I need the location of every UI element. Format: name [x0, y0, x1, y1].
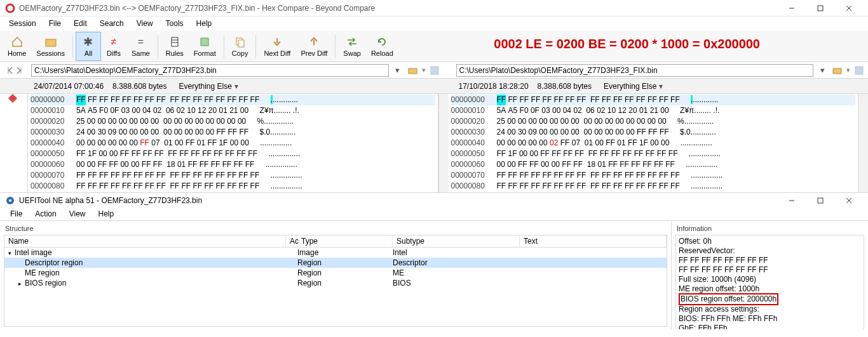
ut-menu-file[interactable]: File — [5, 208, 27, 220]
diffs-filter-button[interactable]: ≠Diffs — [101, 32, 126, 61]
copy-button[interactable]: Copy — [227, 32, 254, 61]
right-filter-combo[interactable]: Everything Else ▾ — [600, 81, 666, 92]
ut-close-button[interactable] — [834, 192, 863, 209]
thumbnail-gutter[interactable] — [0, 94, 28, 192]
svg-rect-2 — [818, 6, 823, 11]
equal-icon: = — [133, 35, 147, 49]
right-hex-pane[interactable]: 00000000FF FF FF FF FF FF FF FF FF FF FF… — [449, 94, 858, 192]
ut-menu-action[interactable]: Action — [30, 208, 61, 220]
all-filter-button[interactable]: ✱All — [76, 32, 101, 61]
folder-icon — [44, 35, 58, 49]
left-hex-pane[interactable]: 00000000FF FF FF FF FF FF FF FF FF FF FF… — [28, 94, 438, 192]
tree-row[interactable]: ME regionRegionME — [4, 268, 667, 278]
svg-rect-17 — [855, 67, 863, 74]
not-equal-icon: ≠ — [107, 35, 121, 49]
file-info-row: 24/07/2014 07:00:46 8.388.608 bytes Ever… — [0, 79, 868, 94]
svg-rect-11 — [238, 40, 244, 47]
format-icon — [198, 35, 212, 49]
tree-header: Name Ac Type Subtype Text — [4, 235, 667, 248]
right-open-button[interactable] — [831, 64, 844, 77]
bc-app-icon — [5, 3, 15, 13]
ut-maximize-button[interactable] — [806, 192, 834, 209]
right-path-dropdown[interactable]: ▾ — [816, 64, 829, 77]
svg-rect-21 — [818, 198, 823, 203]
up-arrow-icon — [307, 35, 321, 49]
right-scrollbar[interactable] — [858, 94, 868, 192]
information-label: Information — [675, 223, 864, 235]
structure-label: Structure — [4, 223, 667, 235]
tree-row[interactable]: Descriptor regionRegionDescriptor — [4, 258, 667, 268]
tree-row[interactable]: ▾Intel imageImageIntel — [4, 248, 667, 258]
bc-toolbar: Home Sessions ✱All ≠Diffs =Same Rules Fo… — [0, 30, 868, 62]
format-button[interactable]: Format — [189, 32, 221, 61]
bc-menubar: Session File Edit Search View Tools Help — [0, 17, 868, 30]
asterisk-icon: ✱ — [81, 35, 95, 49]
menu-edit[interactable]: Edit — [69, 18, 92, 29]
maximize-button[interactable] — [806, 0, 834, 17]
reload-icon — [375, 35, 389, 49]
expand-right-icon[interactable] — [16, 66, 22, 75]
left-save-button[interactable] — [428, 64, 441, 77]
path-row: ▾ ▾ ▾ ▾ — [0, 62, 868, 79]
svg-rect-5 — [46, 39, 56, 46]
left-path-dropdown[interactable]: ▾ — [391, 64, 404, 77]
left-date: 24/07/2014 07:00:46 — [34, 82, 104, 91]
col-type[interactable]: Type — [297, 235, 393, 247]
col-text[interactable]: Text — [520, 235, 667, 247]
left-filter-combo[interactable]: Everything Else ▾ — [176, 81, 241, 92]
home-button[interactable]: Home — [3, 32, 31, 61]
bc-titlebar: OEMFactory_Z77D3HF23.bin <--> OEMFactory… — [0, 0, 868, 17]
ut-menubar: File Action View Help — [0, 208, 868, 220]
ut-title: UEFITool NE alpha 51 - OEMFactory_Z77D3H… — [19, 196, 777, 205]
svg-rect-15 — [431, 67, 438, 74]
annotation-overlay: 0002 LE = 0200 BE = 0200 * 1000 = 0x2000… — [494, 37, 760, 51]
left-scrollbar[interactable] — [438, 94, 449, 192]
same-filter-button[interactable]: =Same — [126, 32, 155, 61]
next-diff-button[interactable]: Next Diff — [259, 32, 295, 61]
svg-rect-14 — [409, 69, 417, 74]
svg-rect-16 — [833, 69, 841, 74]
rules-button[interactable]: Rules — [161, 32, 189, 61]
svg-point-19 — [9, 199, 11, 202]
swap-button[interactable]: Swap — [338, 32, 366, 61]
sessions-button[interactable]: Sessions — [31, 32, 70, 61]
ut-titlebar: UEFITool NE alpha 51 - OEMFactory_Z77D3H… — [0, 192, 868, 208]
close-button[interactable] — [834, 0, 863, 17]
col-ac[interactable]: Ac — [286, 235, 297, 247]
col-name[interactable]: Name — [4, 235, 286, 247]
right-size: 8.388.608 bytes — [538, 82, 592, 91]
minimize-button[interactable] — [777, 0, 806, 17]
reload-button[interactable]: Reload — [366, 32, 398, 61]
hex-compare-area: 00000000FF FF FF FF FF FF FF FF FF FF FF… — [0, 94, 868, 192]
ut-minimize-button[interactable] — [777, 192, 806, 209]
prev-diff-button[interactable]: Prev Diff — [295, 32, 332, 61]
right-save-button[interactable] — [853, 64, 865, 77]
expand-left-icon[interactable] — [7, 66, 13, 75]
menu-tools[interactable]: Tools — [161, 18, 189, 29]
bc-title: OEMFactory_Z77D3HF23.bin <--> OEMFactory… — [19, 4, 777, 13]
menu-view[interactable]: View — [132, 18, 158, 29]
home-icon — [10, 35, 24, 49]
left-open-button[interactable] — [407, 64, 419, 77]
menu-session[interactable]: Session — [4, 18, 41, 29]
right-path-input[interactable] — [456, 64, 814, 77]
left-path-input[interactable] — [31, 64, 389, 77]
ut-app-icon — [5, 195, 15, 206]
svg-point-0 — [6, 4, 14, 12]
structure-tree[interactable]: ▾Intel imageImageIntel Descriptor region… — [4, 248, 667, 327]
menu-help[interactable]: Help — [191, 18, 217, 29]
ut-menu-view[interactable]: View — [64, 208, 91, 220]
down-arrow-icon — [270, 35, 284, 49]
col-subtype[interactable]: Subtype — [393, 235, 520, 247]
menu-file[interactable]: File — [44, 18, 66, 29]
swap-icon — [345, 35, 359, 49]
svg-rect-6 — [172, 37, 178, 46]
menu-search[interactable]: Search — [95, 18, 129, 29]
ut-menu-help[interactable]: Help — [93, 208, 119, 220]
referee-icon — [168, 35, 182, 49]
information-panel: Offset: 0hReservedVector:FF FF FF FF FF … — [675, 235, 864, 329]
left-size: 8.388.608 bytes — [112, 82, 166, 91]
tree-row[interactable]: ▸BIOS regionRegionBIOS — [4, 278, 667, 288]
copy-icon — [233, 35, 247, 49]
right-date: 17/10/2018 18:28:20 — [459, 82, 529, 91]
